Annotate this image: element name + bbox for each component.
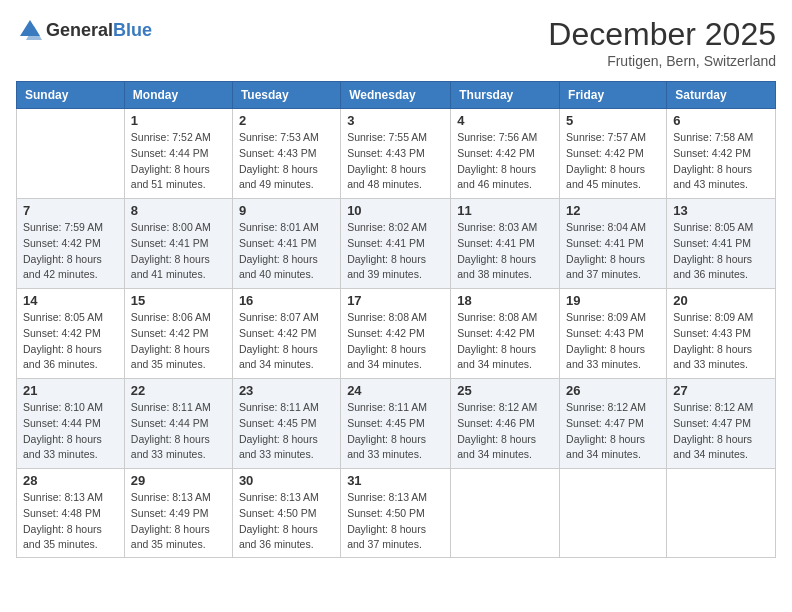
calendar-cell: 31Sunrise: 8:13 AMSunset: 4:50 PMDayligh… bbox=[341, 469, 451, 558]
day-number: 9 bbox=[239, 203, 334, 218]
day-number: 28 bbox=[23, 473, 118, 488]
day-number: 17 bbox=[347, 293, 444, 308]
calendar-cell: 13Sunrise: 8:05 AMSunset: 4:41 PMDayligh… bbox=[667, 199, 776, 289]
day-info: Sunrise: 8:10 AMSunset: 4:44 PMDaylight:… bbox=[23, 400, 118, 463]
day-number: 25 bbox=[457, 383, 553, 398]
col-header-monday: Monday bbox=[124, 82, 232, 109]
calendar-cell: 22Sunrise: 8:11 AMSunset: 4:44 PMDayligh… bbox=[124, 379, 232, 469]
calendar-week-row: 7Sunrise: 7:59 AMSunset: 4:42 PMDaylight… bbox=[17, 199, 776, 289]
day-info: Sunrise: 8:12 AMSunset: 4:46 PMDaylight:… bbox=[457, 400, 553, 463]
calendar-week-row: 28Sunrise: 8:13 AMSunset: 4:48 PMDayligh… bbox=[17, 469, 776, 558]
calendar-cell: 20Sunrise: 8:09 AMSunset: 4:43 PMDayligh… bbox=[667, 289, 776, 379]
day-info: Sunrise: 8:12 AMSunset: 4:47 PMDaylight:… bbox=[566, 400, 660, 463]
day-info: Sunrise: 8:02 AMSunset: 4:41 PMDaylight:… bbox=[347, 220, 444, 283]
day-info: Sunrise: 8:11 AMSunset: 4:45 PMDaylight:… bbox=[239, 400, 334, 463]
day-number: 3 bbox=[347, 113, 444, 128]
day-info: Sunrise: 8:07 AMSunset: 4:42 PMDaylight:… bbox=[239, 310, 334, 373]
day-number: 24 bbox=[347, 383, 444, 398]
day-info: Sunrise: 8:13 AMSunset: 4:49 PMDaylight:… bbox=[131, 490, 226, 553]
day-info: Sunrise: 8:05 AMSunset: 4:42 PMDaylight:… bbox=[23, 310, 118, 373]
logo-blue: Blue bbox=[113, 20, 152, 40]
col-header-friday: Friday bbox=[560, 82, 667, 109]
day-number: 1 bbox=[131, 113, 226, 128]
day-number: 30 bbox=[239, 473, 334, 488]
day-number: 22 bbox=[131, 383, 226, 398]
day-info: Sunrise: 7:55 AMSunset: 4:43 PMDaylight:… bbox=[347, 130, 444, 193]
calendar-cell: 8Sunrise: 8:00 AMSunset: 4:41 PMDaylight… bbox=[124, 199, 232, 289]
day-number: 23 bbox=[239, 383, 334, 398]
calendar-cell: 25Sunrise: 8:12 AMSunset: 4:46 PMDayligh… bbox=[451, 379, 560, 469]
calendar-cell: 29Sunrise: 8:13 AMSunset: 4:49 PMDayligh… bbox=[124, 469, 232, 558]
day-info: Sunrise: 7:58 AMSunset: 4:42 PMDaylight:… bbox=[673, 130, 769, 193]
day-number: 29 bbox=[131, 473, 226, 488]
calendar-cell bbox=[17, 109, 125, 199]
day-number: 26 bbox=[566, 383, 660, 398]
calendar-cell bbox=[667, 469, 776, 558]
day-number: 15 bbox=[131, 293, 226, 308]
day-info: Sunrise: 8:13 AMSunset: 4:50 PMDaylight:… bbox=[347, 490, 444, 553]
location-subtitle: Frutigen, Bern, Switzerland bbox=[548, 53, 776, 69]
calendar-cell: 26Sunrise: 8:12 AMSunset: 4:47 PMDayligh… bbox=[560, 379, 667, 469]
day-number: 31 bbox=[347, 473, 444, 488]
logo: GeneralBlue bbox=[16, 16, 152, 44]
calendar-cell: 18Sunrise: 8:08 AMSunset: 4:42 PMDayligh… bbox=[451, 289, 560, 379]
day-number: 16 bbox=[239, 293, 334, 308]
calendar-cell: 30Sunrise: 8:13 AMSunset: 4:50 PMDayligh… bbox=[232, 469, 340, 558]
calendar-cell bbox=[451, 469, 560, 558]
calendar-cell: 5Sunrise: 7:57 AMSunset: 4:42 PMDaylight… bbox=[560, 109, 667, 199]
calendar-cell: 14Sunrise: 8:05 AMSunset: 4:42 PMDayligh… bbox=[17, 289, 125, 379]
day-number: 6 bbox=[673, 113, 769, 128]
day-info: Sunrise: 7:52 AMSunset: 4:44 PMDaylight:… bbox=[131, 130, 226, 193]
calendar-cell: 28Sunrise: 8:13 AMSunset: 4:48 PMDayligh… bbox=[17, 469, 125, 558]
day-info: Sunrise: 8:13 AMSunset: 4:48 PMDaylight:… bbox=[23, 490, 118, 553]
calendar-cell: 11Sunrise: 8:03 AMSunset: 4:41 PMDayligh… bbox=[451, 199, 560, 289]
col-header-tuesday: Tuesday bbox=[232, 82, 340, 109]
calendar-cell: 7Sunrise: 7:59 AMSunset: 4:42 PMDaylight… bbox=[17, 199, 125, 289]
calendar-cell: 1Sunrise: 7:52 AMSunset: 4:44 PMDaylight… bbox=[124, 109, 232, 199]
calendar-cell: 16Sunrise: 8:07 AMSunset: 4:42 PMDayligh… bbox=[232, 289, 340, 379]
day-number: 11 bbox=[457, 203, 553, 218]
day-number: 2 bbox=[239, 113, 334, 128]
day-info: Sunrise: 8:04 AMSunset: 4:41 PMDaylight:… bbox=[566, 220, 660, 283]
calendar-week-row: 14Sunrise: 8:05 AMSunset: 4:42 PMDayligh… bbox=[17, 289, 776, 379]
day-number: 18 bbox=[457, 293, 553, 308]
calendar-cell: 6Sunrise: 7:58 AMSunset: 4:42 PMDaylight… bbox=[667, 109, 776, 199]
day-info: Sunrise: 8:08 AMSunset: 4:42 PMDaylight:… bbox=[347, 310, 444, 373]
calendar-header-row: SundayMondayTuesdayWednesdayThursdayFrid… bbox=[17, 82, 776, 109]
calendar-cell: 24Sunrise: 8:11 AMSunset: 4:45 PMDayligh… bbox=[341, 379, 451, 469]
day-number: 21 bbox=[23, 383, 118, 398]
day-number: 19 bbox=[566, 293, 660, 308]
day-number: 4 bbox=[457, 113, 553, 128]
day-info: Sunrise: 7:57 AMSunset: 4:42 PMDaylight:… bbox=[566, 130, 660, 193]
day-info: Sunrise: 8:05 AMSunset: 4:41 PMDaylight:… bbox=[673, 220, 769, 283]
page-header: GeneralBlue December 2025 Frutigen, Bern… bbox=[16, 16, 776, 69]
day-number: 20 bbox=[673, 293, 769, 308]
day-info: Sunrise: 8:01 AMSunset: 4:41 PMDaylight:… bbox=[239, 220, 334, 283]
logo-general: General bbox=[46, 20, 113, 40]
day-info: Sunrise: 8:11 AMSunset: 4:44 PMDaylight:… bbox=[131, 400, 226, 463]
day-info: Sunrise: 7:59 AMSunset: 4:42 PMDaylight:… bbox=[23, 220, 118, 283]
calendar-cell: 15Sunrise: 8:06 AMSunset: 4:42 PMDayligh… bbox=[124, 289, 232, 379]
day-info: Sunrise: 7:56 AMSunset: 4:42 PMDaylight:… bbox=[457, 130, 553, 193]
day-info: Sunrise: 8:09 AMSunset: 4:43 PMDaylight:… bbox=[673, 310, 769, 373]
col-header-sunday: Sunday bbox=[17, 82, 125, 109]
calendar-cell: 9Sunrise: 8:01 AMSunset: 4:41 PMDaylight… bbox=[232, 199, 340, 289]
title-section: December 2025 Frutigen, Bern, Switzerlan… bbox=[548, 16, 776, 69]
calendar-cell: 3Sunrise: 7:55 AMSunset: 4:43 PMDaylight… bbox=[341, 109, 451, 199]
day-number: 8 bbox=[131, 203, 226, 218]
calendar-cell: 10Sunrise: 8:02 AMSunset: 4:41 PMDayligh… bbox=[341, 199, 451, 289]
day-info: Sunrise: 7:53 AMSunset: 4:43 PMDaylight:… bbox=[239, 130, 334, 193]
day-info: Sunrise: 8:08 AMSunset: 4:42 PMDaylight:… bbox=[457, 310, 553, 373]
day-info: Sunrise: 8:11 AMSunset: 4:45 PMDaylight:… bbox=[347, 400, 444, 463]
calendar-cell: 19Sunrise: 8:09 AMSunset: 4:43 PMDayligh… bbox=[560, 289, 667, 379]
calendar-week-row: 1Sunrise: 7:52 AMSunset: 4:44 PMDaylight… bbox=[17, 109, 776, 199]
day-info: Sunrise: 8:13 AMSunset: 4:50 PMDaylight:… bbox=[239, 490, 334, 553]
day-number: 7 bbox=[23, 203, 118, 218]
day-number: 14 bbox=[23, 293, 118, 308]
day-number: 13 bbox=[673, 203, 769, 218]
col-header-wednesday: Wednesday bbox=[341, 82, 451, 109]
calendar-table: SundayMondayTuesdayWednesdayThursdayFrid… bbox=[16, 81, 776, 558]
calendar-week-row: 21Sunrise: 8:10 AMSunset: 4:44 PMDayligh… bbox=[17, 379, 776, 469]
day-info: Sunrise: 8:06 AMSunset: 4:42 PMDaylight:… bbox=[131, 310, 226, 373]
calendar-cell: 21Sunrise: 8:10 AMSunset: 4:44 PMDayligh… bbox=[17, 379, 125, 469]
